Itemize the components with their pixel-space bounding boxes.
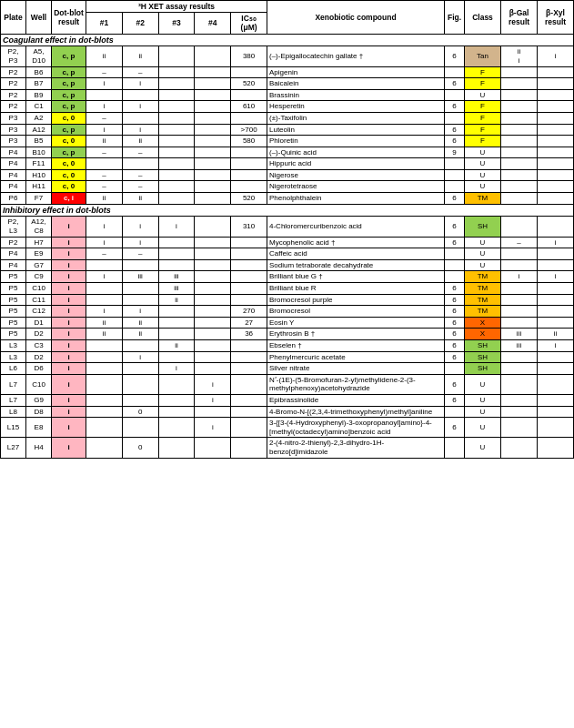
- cell-plate: P2: [1, 89, 26, 101]
- table-row: L8D8i04-Bromo-N-[(2,3,4-trimethoxyphenyl…: [1, 406, 574, 418]
- cell-h2: ii: [122, 193, 158, 205]
- cell-bgal: [501, 147, 538, 158]
- cell-ic50: [231, 112, 267, 124]
- cell-h1: i: [86, 78, 123, 90]
- cell-ic50: >700: [231, 124, 267, 136]
- cell-ic50: [231, 438, 267, 458]
- cell-well: B7: [26, 78, 52, 90]
- cell-h3: [158, 169, 195, 181]
- cell-fig: 9: [445, 147, 465, 158]
- cell-bxyl: [538, 418, 574, 438]
- cell-h3: iii: [158, 271, 195, 283]
- cell-h4: [195, 329, 231, 340]
- cell-h2: i: [122, 351, 158, 363]
- cell-fig: [445, 271, 465, 283]
- cell-xeno: Ebselen †: [267, 340, 445, 352]
- cell-ic50: [231, 89, 267, 101]
- table-row: P5C11iiiBromocresol purple6TM: [1, 294, 574, 306]
- cell-h2: [122, 158, 158, 170]
- cell-h2: –: [122, 147, 158, 158]
- cell-h3: [158, 147, 195, 158]
- cell-ic50: 580: [231, 136, 267, 147]
- cell-ic50: 380: [231, 46, 267, 66]
- cell-h2: 0: [122, 438, 158, 458]
- dotblot-header: Dot-blot result: [52, 1, 86, 35]
- cell-h3: i: [158, 363, 195, 375]
- cell-xeno: Phloretin: [267, 136, 445, 147]
- cell-fig: 6: [445, 294, 465, 306]
- cell-well: D1: [26, 317, 52, 329]
- cell-h3: [158, 248, 195, 260]
- cell-h3: [158, 89, 195, 101]
- cell-h3: iii: [158, 283, 195, 295]
- cell-class: Tan: [465, 46, 501, 66]
- cell-h4: [195, 112, 231, 124]
- table-row: P3A2c, 0–(±)-TaxifolinF: [1, 112, 574, 124]
- table-row: P5D2iiiii36Erythrosin B †6Xiiiii: [1, 329, 574, 340]
- cell-ic50: [231, 340, 267, 352]
- cell-class: U: [465, 394, 501, 406]
- cell-h4: [195, 283, 231, 295]
- cell-bgal: [501, 406, 538, 418]
- cell-class: SH: [465, 217, 501, 237]
- cell-bxyl: [538, 283, 574, 295]
- cell-xeno: Bromocresol purple: [267, 294, 445, 306]
- cell-bgal: [501, 438, 538, 458]
- cell-h1: [86, 294, 123, 306]
- cell-well: H4: [26, 438, 52, 458]
- cell-bxyl: [538, 101, 574, 113]
- cell-well: C11: [26, 294, 52, 306]
- cell-class: U: [465, 438, 501, 458]
- cell-ic50: [231, 147, 267, 158]
- cell-fig: 6: [445, 329, 465, 340]
- cell-h4: [195, 294, 231, 306]
- cell-h3: [158, 306, 195, 318]
- cell-bgal: [501, 306, 538, 318]
- cell-h1: [86, 158, 123, 170]
- cell-h2: [122, 89, 158, 101]
- cell-ic50: [231, 259, 267, 271]
- cell-plate: P3: [1, 136, 26, 147]
- cell-h2: i: [122, 101, 158, 113]
- cell-plate: L3: [1, 351, 26, 363]
- cell-plate: P3: [1, 112, 26, 124]
- cell-plate: P5: [1, 306, 26, 318]
- cell-well: D2: [26, 351, 52, 363]
- cell-bxyl: [538, 169, 574, 181]
- cell-ic50: [231, 66, 267, 78]
- cell-h1: [86, 351, 123, 363]
- cell-ic50: [231, 406, 267, 418]
- cell-h4: [195, 438, 231, 458]
- cell-well: H10: [26, 169, 52, 181]
- cell-class: TM: [465, 283, 501, 295]
- cell-h4: [195, 89, 231, 101]
- cell-xeno: Nʹ-(1E)-(5-Bromofuran-2-yl)methylidene-2…: [267, 374, 445, 394]
- cell-bgal: [501, 317, 538, 329]
- cell-class: F: [465, 124, 501, 136]
- cell-dotblot: i: [52, 329, 86, 340]
- cell-h1: –: [86, 181, 123, 193]
- cell-well: C12: [26, 306, 52, 318]
- cell-dotblot: i: [52, 271, 86, 283]
- cell-h4: [195, 259, 231, 271]
- cell-plate: L3: [1, 340, 26, 352]
- cell-h2: [122, 259, 158, 271]
- cell-xeno: Erythrosin B †: [267, 329, 445, 340]
- cell-plate: P3: [1, 124, 26, 136]
- cell-h4: [195, 217, 231, 237]
- cell-bxyl: [538, 294, 574, 306]
- table-row: P3A12c, pii>700Luteolin6F: [1, 124, 574, 136]
- cell-h2: 0: [122, 406, 158, 418]
- cell-h2: [122, 283, 158, 295]
- cell-fig: [445, 248, 465, 260]
- cell-well: H7: [26, 237, 52, 248]
- cell-fig: [445, 259, 465, 271]
- cell-well: C1: [26, 101, 52, 113]
- cell-xeno: 4-Bromo-N-[(2,3,4-trimethoxyphenyl)methy…: [267, 406, 445, 418]
- cell-well: D6: [26, 363, 52, 375]
- cell-bxyl: [538, 217, 574, 237]
- cell-xeno: Bromocresol: [267, 306, 445, 318]
- cell-h4: [195, 193, 231, 205]
- cell-h1: –: [86, 147, 123, 158]
- table-row: P6F7c, iiiii520Phenolphthalein6TM: [1, 193, 574, 205]
